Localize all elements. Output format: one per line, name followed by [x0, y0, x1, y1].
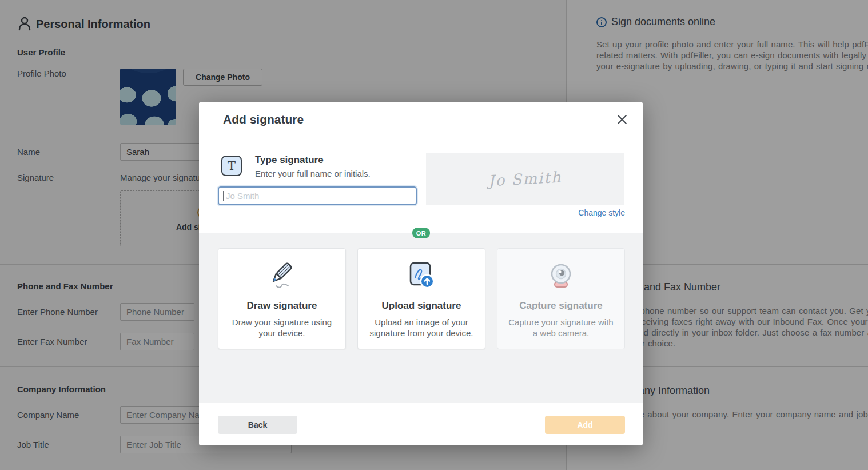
close-icon[interactable] [616, 114, 628, 126]
card-title: Upload signature [382, 300, 461, 312]
type-signature-title: Type signature [255, 154, 324, 166]
modal-header: Add signature [199, 102, 643, 138]
card-description: Capture your signature with a web camera… [508, 317, 613, 338]
draw-signature-card[interactable]: Draw signature Draw your signature using… [218, 248, 346, 349]
text-caret [223, 191, 224, 201]
card-title: Capture signature [519, 300, 602, 312]
signature-methods-section: OR Draw signature Draw your signature us… [199, 233, 643, 403]
signature-preview-text: Jo Smith [488, 168, 563, 189]
change-style-link[interactable]: Change style [578, 208, 625, 217]
add-signature-modal: Add signature T Type signature Enter you… [199, 102, 643, 445]
upload-signature-card[interactable]: Upload signature Upload an image of your… [357, 248, 485, 349]
signature-preview: Jo Smith [426, 153, 624, 205]
or-badge: OR [412, 228, 430, 238]
add-button[interactable]: Add [545, 416, 625, 434]
pencil-icon [266, 259, 297, 292]
webcam-icon [546, 259, 576, 292]
upload-signature-icon [406, 259, 437, 292]
modal-title: Add signature [223, 113, 304, 126]
modal-footer: Back Add [199, 403, 643, 445]
type-text-icon: T [221, 156, 242, 176]
card-title: Draw signature [247, 300, 317, 312]
card-description: Draw your signature using your device. [232, 317, 332, 338]
card-description: Upload an image of your signature from y… [370, 317, 473, 338]
signature-text-input[interactable] [218, 186, 417, 205]
back-button[interactable]: Back [218, 416, 297, 434]
type-signature-subtitle: Enter your full name or initials. [255, 169, 371, 178]
capture-signature-card: Capture signature Capture your signature… [497, 248, 625, 349]
